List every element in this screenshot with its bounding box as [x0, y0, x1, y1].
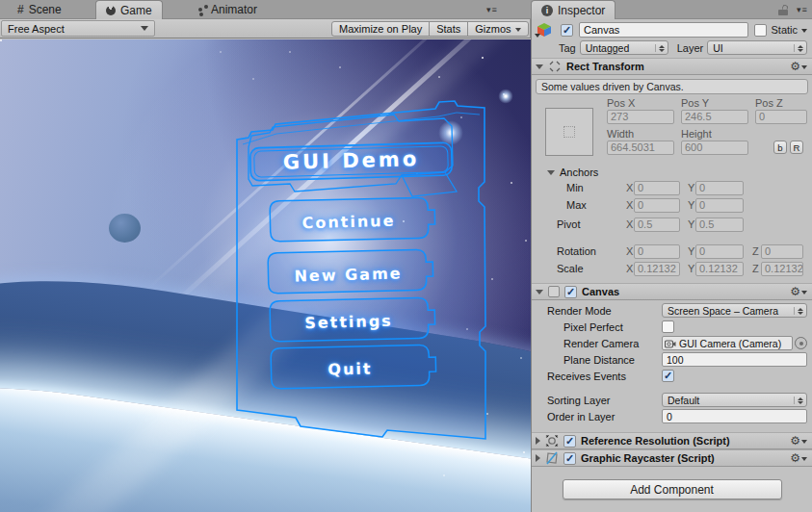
- info-icon: i: [541, 5, 553, 16]
- order-in-layer-label: Order in Layer: [547, 411, 662, 422]
- layer-label: Layer: [677, 42, 704, 54]
- render-mode-dropdown[interactable]: Screen Space – Camera: [662, 303, 807, 318]
- tab-game[interactable]: Game: [95, 0, 163, 19]
- max-y-field[interactable]: 0: [695, 198, 744, 213]
- dropdown-arrows-icon: [655, 44, 666, 52]
- scale-z-field[interactable]: 0.12132: [761, 262, 803, 276]
- tab-game-label: Game: [120, 4, 152, 17]
- anchor-preview[interactable]: [545, 108, 593, 156]
- gear-icon[interactable]: ⚙: [790, 452, 807, 464]
- foldout-open-icon[interactable]: [536, 290, 543, 294]
- scale-x-field[interactable]: 0.12132: [634, 262, 680, 276]
- anchors-max-row: Max X 0 Y 0: [532, 198, 812, 214]
- settings-button-label[interactable]: Settings: [269, 299, 428, 345]
- render-mode-row: Render Mode Screen Space – Camera: [532, 302, 812, 319]
- x-axis-label: X: [626, 199, 633, 211]
- reference-resolution-checkbox[interactable]: [563, 435, 576, 448]
- rect-transform-icon: [548, 60, 562, 73]
- min-y-field[interactable]: 0: [695, 181, 744, 195]
- rotation-row: Rotation X 0 Y 0 Z 0: [532, 244, 812, 260]
- static-dropdown-icon[interactable]: [801, 29, 807, 36]
- order-in-layer-value: 0: [667, 411, 672, 422]
- max-label: Max: [566, 199, 587, 211]
- receives-events-row: Receives Events: [532, 368, 812, 384]
- maximize-on-play-button[interactable]: Maximize on Play: [331, 21, 430, 37]
- height-field[interactable]: 600: [681, 141, 748, 155]
- pixel-perfect-checkbox[interactable]: [662, 320, 674, 333]
- foldout-open-icon[interactable]: [536, 64, 543, 69]
- name-field[interactable]: Canvas: [579, 22, 748, 38]
- graphic-raycaster-title: Graphic Raycaster (Script): [581, 452, 715, 464]
- layer-dropdown[interactable]: UI: [707, 40, 807, 55]
- tab-animator[interactable]: Animator: [189, 0, 267, 19]
- tab-scene[interactable]: # Scene: [8, 0, 71, 19]
- min-x-field[interactable]: 0: [634, 181, 680, 195]
- maximize-on-play-label: Maximize on Play: [339, 23, 422, 35]
- driven-warning-text: Some values driven by Canvas.: [541, 81, 684, 92]
- pos-x-field[interactable]: 273: [607, 110, 674, 124]
- reference-resolution-header[interactable]: Reference Resolution (Script) ⚙: [532, 432, 812, 449]
- foldout-collapsed-icon[interactable]: [536, 454, 540, 462]
- pivot-y-field[interactable]: 0.5: [695, 218, 744, 232]
- render-camera-label: Render Camera: [547, 338, 662, 349]
- y-axis-label: Y: [688, 182, 694, 193]
- anchors-foldout[interactable]: Anchors: [532, 166, 812, 179]
- pivot-x-field[interactable]: 0.5: [634, 218, 680, 232]
- reference-resolution-icon: [545, 434, 559, 448]
- object-picker-icon[interactable]: [795, 337, 807, 349]
- stats-button[interactable]: Stats: [429, 21, 468, 37]
- rotation-label: Rotation: [557, 245, 596, 257]
- new-game-button-label[interactable]: New Game: [267, 251, 429, 297]
- scale-y-field[interactable]: 0.12132: [695, 262, 744, 276]
- tab-inspector[interactable]: i Inspector: [531, 0, 616, 19]
- graphic-raycaster-checkbox[interactable]: [563, 452, 576, 465]
- chevron-down-icon: [141, 26, 148, 35]
- inspector-panel-menu-icon[interactable]: ▾≡: [797, 5, 807, 14]
- gear-icon[interactable]: ⚙: [790, 435, 807, 447]
- static-checkbox[interactable]: [754, 24, 767, 37]
- sorting-layer-dropdown[interactable]: Default: [662, 393, 807, 407]
- raw-edit-mode-button[interactable]: R: [790, 141, 803, 154]
- tag-dropdown[interactable]: Untagged: [580, 40, 668, 55]
- gizmos-button[interactable]: Gizmos: [467, 21, 528, 37]
- render-camera-object-field[interactable]: GUI Camera (Camera): [662, 336, 793, 350]
- max-x-field[interactable]: 0: [634, 198, 680, 213]
- canvas-component-header[interactable]: Canvas ⚙: [532, 283, 812, 300]
- receives-events-checkbox[interactable]: [662, 370, 674, 382]
- aspect-dropdown[interactable]: Free Aspect: [1, 20, 155, 37]
- quit-button-label[interactable]: Quit: [270, 346, 430, 392]
- foldout-open-icon: [547, 170, 555, 175]
- pos-z-field[interactable]: 0: [755, 110, 807, 124]
- rect-transform-header[interactable]: Rect Transform ⚙: [532, 58, 812, 75]
- anchors-min-row: Min X 0 Y 0: [532, 181, 812, 196]
- pos-y-field[interactable]: 246.5: [681, 110, 748, 124]
- height-label: Height: [681, 128, 712, 140]
- layer-value: UI: [713, 42, 723, 54]
- continue-button-label[interactable]: Continue: [269, 199, 428, 243]
- rotation-x-field[interactable]: 0: [634, 244, 680, 259]
- gameobject-cube-icon[interactable]: [536, 21, 555, 39]
- width-field[interactable]: 664.5031: [607, 141, 674, 155]
- canvas-component-title: Canvas: [582, 286, 619, 297]
- tag-label: Tag: [559, 42, 576, 54]
- graphic-raycaster-header[interactable]: Graphic Raycaster (Script) ⚙: [532, 449, 812, 467]
- foldout-collapsed-icon[interactable]: [536, 437, 540, 445]
- game-panel-menu-icon[interactable]: ▾≡: [486, 5, 497, 14]
- rotation-y-field[interactable]: 0: [695, 244, 744, 259]
- add-component-label: Add Component: [630, 483, 714, 497]
- active-checkbox[interactable]: [561, 24, 573, 37]
- pos-y-label: Pos Y: [681, 97, 709, 109]
- gear-icon[interactable]: ⚙: [790, 61, 807, 72]
- scene-grid-icon: #: [17, 3, 24, 16]
- add-component-button[interactable]: Add Component: [563, 479, 782, 499]
- sorting-layer-value: Default: [668, 395, 699, 406]
- plane-distance-field[interactable]: 100: [662, 352, 807, 367]
- blueprint-mode-button[interactable]: b: [773, 141, 787, 154]
- lock-icon[interactable]: [778, 5, 788, 15]
- gear-icon[interactable]: ⚙: [790, 286, 807, 297]
- order-in-layer-field[interactable]: 0: [662, 409, 807, 423]
- tab-strip: # Scene Game Animator ▾≡ i Inspector ▾≡: [0, 0, 812, 19]
- rect-transform-title: Rect Transform: [566, 61, 644, 72]
- canvas-enabled-checkbox[interactable]: [564, 286, 577, 298]
- rotation-z-field[interactable]: 0: [761, 244, 803, 259]
